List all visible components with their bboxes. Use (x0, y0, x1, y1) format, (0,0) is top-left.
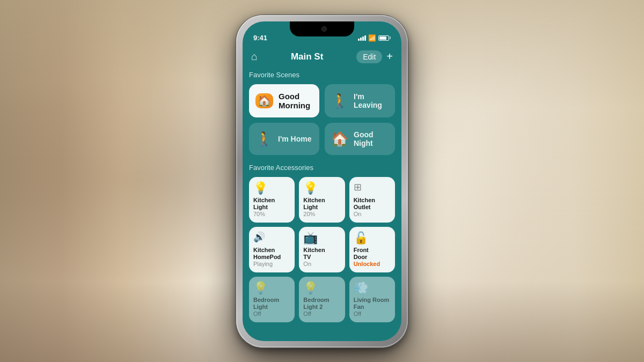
accessory-bedroom-light[interactable]: 💡 BedroomLight Off (249, 277, 295, 322)
front-camera (321, 26, 327, 32)
kitchen-light-2-name: KitchenLight (303, 197, 340, 211)
kitchen-tv-name: KitchenTV (303, 247, 340, 261)
edit-button[interactable]: Edit (356, 50, 382, 63)
content-area: Favorite Scenes 🏠 Good Morning 🚶 I'm Lea… (243, 69, 401, 341)
kitchen-homepod-name: KitchenHomePod (253, 247, 290, 261)
accessory-living-room-fan[interactable]: 💨 Living RoomFan Off (349, 277, 395, 322)
good-night-icon: 🏠 (331, 132, 348, 146)
im-leaving-icon: 🚶 (331, 94, 348, 108)
kitchen-outlet-status: On (354, 211, 391, 218)
scene-im-home[interactable]: 🚶 I'm Home (249, 123, 319, 155)
kitchen-homepod-icon: 🔊 (253, 232, 290, 242)
bedroom-light-status: Off (253, 311, 290, 317)
living-room-fan-status: Off (354, 311, 391, 317)
home-icon[interactable]: ⌂ (251, 50, 258, 63)
accessory-kitchen-tv[interactable]: 📺 KitchenTV On (299, 227, 345, 272)
accessory-kitchen-homepod[interactable]: 🔊 KitchenHomePod Playing (249, 227, 295, 272)
kitchen-light-2-icon: 💡 (303, 182, 340, 194)
bedroom-light-name: BedroomLight (253, 297, 290, 311)
accessory-kitchen-light-2[interactable]: 💡 KitchenLight 20% (299, 177, 345, 223)
scene-good-night[interactable]: 🏠 Good Night (325, 123, 395, 155)
phone-shell: 9:41 📶 (236, 15, 408, 348)
scene-im-leaving[interactable]: 🚶 I'm Leaving (325, 84, 395, 117)
phone-screen: 9:41 📶 (243, 21, 401, 341)
wifi-icon: 📶 (368, 34, 376, 42)
kitchen-light-2-status: 20% (303, 211, 340, 218)
good-night-label: Good Night (354, 130, 389, 147)
bedroom-light-2-status: Off (303, 311, 340, 317)
front-door-name: FrontDoor (354, 247, 391, 261)
accessories-grid: 💡 KitchenLight 70% 💡 KitchenLight 20% (249, 177, 395, 322)
good-morning-label: Good Morning (279, 92, 313, 110)
add-button[interactable]: + (386, 50, 393, 63)
accessory-front-door[interactable]: 🔓 FrontDoor Unlocked (349, 227, 395, 272)
phone: 9:41 📶 (236, 15, 408, 348)
accessory-kitchen-light-1[interactable]: 💡 KitchenLight 70% (249, 177, 295, 223)
accessory-kitchen-outlet[interactable]: ⊞ KitchenOutlet On (349, 177, 395, 223)
kitchen-tv-status: On (303, 261, 340, 268)
im-home-icon: 🚶 (255, 132, 273, 146)
im-leaving-label: I'm Leaving (354, 92, 389, 109)
kitchen-outlet-name: KitchenOutlet (354, 197, 391, 211)
bedroom-light-icon: 💡 (253, 282, 290, 294)
good-morning-icon: 🏠 (255, 93, 273, 108)
bedroom-light-2-name: BedroomLight 2 (303, 297, 340, 311)
scenes-grid: 🏠 Good Morning 🚶 I'm Leaving 🚶 I'm Home (249, 84, 395, 155)
bedroom-light-2-icon: 💡 (303, 282, 340, 294)
kitchen-light-1-status: 70% (253, 211, 290, 218)
scene-good-morning[interactable]: 🏠 Good Morning (249, 84, 319, 117)
front-door-status: Unlocked (354, 261, 391, 268)
kitchen-light-1-name: KitchenLight (253, 197, 290, 211)
nav-bar: ⌂ Main St Edit + (243, 45, 401, 69)
battery-icon (378, 35, 391, 41)
front-door-icon: 🔓 (354, 232, 391, 244)
scenes-section-title: Favorite Scenes (249, 71, 395, 79)
kitchen-outlet-icon: ⊞ (354, 182, 391, 192)
signal-icon (358, 35, 366, 41)
living-room-fan-name: Living RoomFan (354, 297, 391, 311)
accessory-bedroom-light-2[interactable]: 💡 BedroomLight 2 Off (299, 277, 345, 322)
living-room-fan-icon: 💨 (354, 282, 391, 294)
nav-title: Main St (258, 51, 356, 62)
im-home-label: I'm Home (278, 135, 311, 143)
accessories-section-title: Favorite Accessories (249, 164, 395, 172)
notch (290, 21, 354, 36)
kitchen-homepod-status: Playing (253, 261, 290, 268)
kitchen-light-1-icon: 💡 (253, 182, 290, 194)
status-icons: 📶 (358, 34, 391, 42)
kitchen-tv-icon: 📺 (303, 232, 340, 244)
